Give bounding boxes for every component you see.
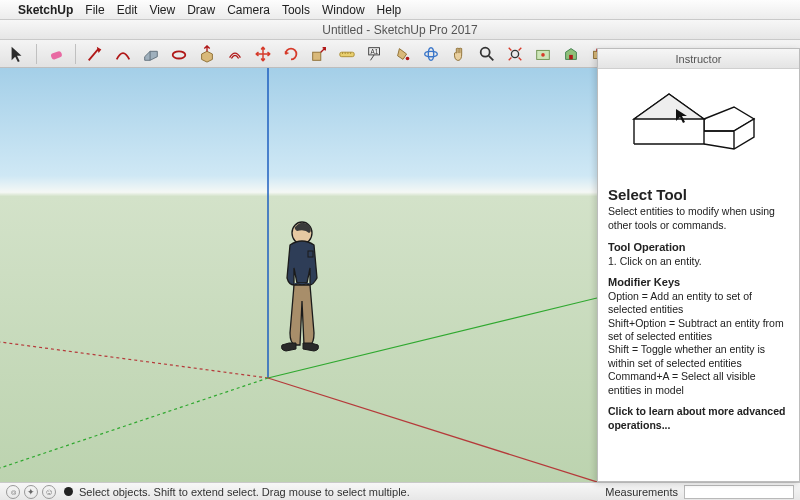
menu-draw[interactable]: Draw bbox=[187, 3, 215, 17]
tool-eraser[interactable] bbox=[45, 43, 67, 65]
menu-tools[interactable]: Tools bbox=[282, 3, 310, 17]
tool-warehouse[interactable] bbox=[560, 43, 582, 65]
svg-point-6 bbox=[406, 56, 410, 60]
tool-rectangle[interactable] bbox=[140, 43, 162, 65]
tool-tape[interactable] bbox=[336, 43, 358, 65]
instructor-body: Select Tool Select entities to modify wh… bbox=[598, 179, 799, 440]
instructor-mod-3: Shift = Toggle whether an entity is with… bbox=[608, 343, 789, 370]
menu-help[interactable]: Help bbox=[377, 3, 402, 17]
viewport-3d[interactable] bbox=[0, 68, 597, 482]
instructor-illustration bbox=[598, 69, 799, 179]
axis-green-dashed bbox=[0, 378, 268, 468]
axes-overlay bbox=[0, 68, 597, 482]
tool-offset[interactable] bbox=[224, 43, 246, 65]
instructor-mod-2: Shift+Option = Subtract an entity from s… bbox=[608, 317, 789, 344]
svg-point-8 bbox=[428, 47, 433, 60]
menu-view[interactable]: View bbox=[149, 3, 175, 17]
geolocation-icon[interactable]: ⌾ bbox=[6, 485, 20, 499]
instructor-more-link[interactable]: Click to learn about more advanced opera… bbox=[608, 405, 789, 432]
status-hint: Select objects. Shift to extend select. … bbox=[79, 486, 410, 498]
tool-addlocation[interactable] bbox=[532, 43, 554, 65]
svg-point-10 bbox=[511, 50, 518, 57]
tool-select[interactable] bbox=[6, 43, 28, 65]
menu-camera[interactable]: Camera bbox=[227, 3, 270, 17]
svg-rect-3 bbox=[340, 52, 354, 57]
tool-rotate[interactable] bbox=[280, 43, 302, 65]
scale-figure-person[interactable] bbox=[282, 222, 319, 351]
tool-text[interactable]: A1 bbox=[364, 43, 386, 65]
workspace: Instructor Select Tool Select entities t… bbox=[0, 68, 800, 482]
instructor-subtitle: Select entities to modify when using oth… bbox=[608, 205, 789, 232]
tool-pan[interactable] bbox=[448, 43, 470, 65]
tool-arc[interactable] bbox=[112, 43, 134, 65]
document-title: Untitled - SketchUp Pro 2017 bbox=[322, 23, 477, 37]
svg-rect-2 bbox=[313, 52, 321, 60]
tool-orbit[interactable] bbox=[420, 43, 442, 65]
svg-point-9 bbox=[481, 47, 490, 56]
toolbar-separator bbox=[36, 44, 37, 64]
instructor-title[interactable]: Instructor bbox=[598, 49, 799, 69]
svg-rect-13 bbox=[569, 54, 573, 59]
profile-icon[interactable]: ☺ bbox=[42, 485, 56, 499]
tool-scale[interactable] bbox=[308, 43, 330, 65]
tool-pushpull[interactable] bbox=[196, 43, 218, 65]
status-icons: ⌾ ✦ ☺ bbox=[6, 485, 56, 499]
instructor-mod-heading: Modifier Keys bbox=[608, 275, 789, 289]
status-indicator-icon bbox=[64, 487, 73, 496]
tool-line[interactable] bbox=[84, 43, 106, 65]
mac-menubar: SketchUp File Edit View Draw Camera Tool… bbox=[0, 0, 800, 20]
menu-edit[interactable]: Edit bbox=[117, 3, 138, 17]
status-bar: ⌾ ✦ ☺ Select objects. Shift to extend se… bbox=[0, 482, 800, 500]
menu-window[interactable]: Window bbox=[322, 3, 365, 17]
window-titlebar: Untitled - SketchUp Pro 2017 bbox=[0, 20, 800, 40]
measurements-label: Measurements bbox=[605, 486, 678, 498]
app-menu[interactable]: SketchUp bbox=[18, 3, 73, 17]
toolbar-separator bbox=[75, 44, 76, 64]
menu-file[interactable]: File bbox=[85, 3, 104, 17]
tool-zoom[interactable] bbox=[476, 43, 498, 65]
axis-green-solid bbox=[268, 298, 597, 378]
svg-point-7 bbox=[425, 51, 438, 56]
axis-red-solid bbox=[268, 378, 597, 482]
instructor-op-heading: Tool Operation bbox=[608, 240, 789, 254]
tool-paint[interactable] bbox=[392, 43, 414, 65]
instructor-panel: Instructor Select Tool Select entities t… bbox=[597, 48, 800, 482]
svg-point-1 bbox=[173, 51, 186, 58]
tool-move[interactable] bbox=[252, 43, 274, 65]
instructor-mod-4: Command+A = Select all visible entities … bbox=[608, 370, 789, 397]
svg-rect-0 bbox=[50, 50, 62, 60]
instructor-tool-name: Select Tool bbox=[608, 185, 789, 204]
svg-point-12 bbox=[541, 53, 545, 57]
tool-zoomext[interactable] bbox=[504, 43, 526, 65]
svg-text:A1: A1 bbox=[371, 48, 379, 55]
measurements-input[interactable] bbox=[684, 485, 794, 499]
instructor-op-item: 1. Click on an entity. bbox=[608, 255, 789, 268]
axis-red-dashed bbox=[0, 342, 268, 378]
tool-circle[interactable] bbox=[168, 43, 190, 65]
credits-icon[interactable]: ✦ bbox=[24, 485, 38, 499]
instructor-mod-1: Option = Add an entity to set of selecte… bbox=[608, 290, 789, 317]
